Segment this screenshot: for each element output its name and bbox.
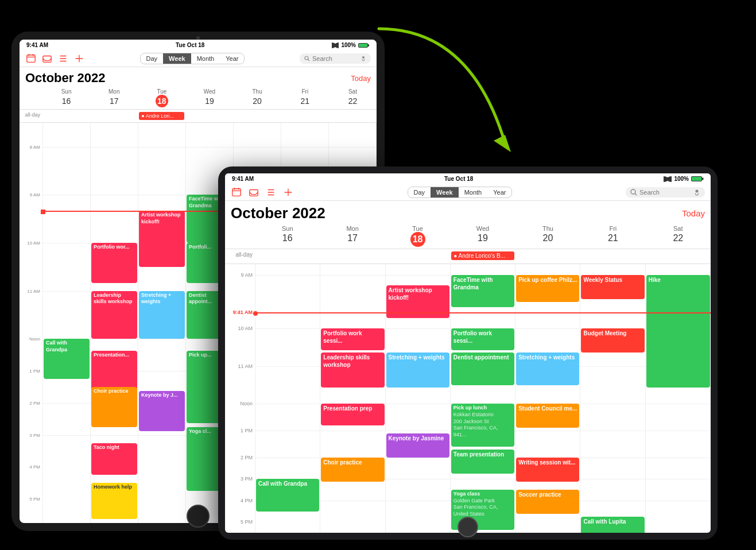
day-header-sun-back: Sun16: [42, 87, 90, 109]
event-writing-front[interactable]: Writing session wit...: [516, 458, 579, 482]
day-header-mon-front: Mon17: [320, 223, 385, 249]
event-pickup-coffee-front[interactable]: Pick up coffee Philz...: [516, 275, 579, 302]
time-labels-front: 9 AM 9:41 AM 10 AM 11 AM Noon 1 PM 2 PM …: [225, 264, 255, 533]
col-mon-back: Portfolio wor... Leadership skills works…: [91, 123, 138, 523]
view-year-back[interactable]: Year: [220, 53, 244, 64]
event-team-front[interactable]: Team presentation: [451, 450, 514, 474]
col-mon-front: Portfolio work sessi... Leadership skill…: [320, 264, 385, 533]
calendar-icon-front[interactable]: [231, 187, 242, 198]
event-call-grandpa-back[interactable]: Call with Grandpa: [44, 339, 90, 379]
month-title-row-back: October 2022 Today: [20, 67, 377, 87]
event-stretching-back[interactable]: Stretching + weights: [139, 291, 185, 339]
ipad-front: 9:41 AM Tue Oct 18 100%: [218, 166, 718, 540]
view-week-back[interactable]: Week: [163, 53, 191, 64]
screen-front: 9:41 AM Tue Oct 18 100%: [225, 173, 711, 533]
view-month-back[interactable]: Month: [191, 53, 220, 64]
event-choir-back[interactable]: Choir practice: [91, 387, 137, 427]
today-btn-front[interactable]: Today: [682, 208, 705, 218]
event-portfolio-back[interactable]: Portfolio wor...: [91, 243, 137, 283]
time-noon-back: Noon: [29, 336, 40, 342]
month-title-row-front: October 2022 Today: [225, 201, 711, 223]
event-weekly-front[interactable]: Weekly Status: [581, 275, 644, 299]
day-header-wed-back: Wed19: [185, 87, 233, 109]
time-grid-front: 9 AM 9:41 AM 10 AM 11 AM Noon 1 PM 2 PM …: [225, 264, 711, 533]
day-header-thu-back: Thu20: [234, 87, 281, 109]
view-week-front[interactable]: Week: [431, 187, 459, 197]
event-call-grandpa-front[interactable]: Call with Grandpa: [256, 479, 319, 511]
event-artist-back[interactable]: Artist workshop kickoff!: [139, 211, 185, 267]
event-leadership-back[interactable]: Leadership skills workshop: [91, 291, 137, 339]
view-year-front[interactable]: Year: [487, 187, 511, 197]
event-presentation-front[interactable]: Presentation prep: [321, 404, 384, 425]
col-sun-back: Call with Grandpa: [43, 123, 91, 523]
toolbar-back: Day Week Month Year: [20, 51, 377, 67]
arrow: [356, 17, 540, 178]
event-hike-front[interactable]: Hike: [646, 275, 710, 388]
svg-marker-0: [494, 135, 511, 152]
col-tue-back: Artist workshop kickoff! Stretching + we…: [138, 123, 186, 523]
inbox-icon-front[interactable]: [248, 187, 259, 198]
event-facetime-front[interactable]: FaceTime with Grandma: [451, 275, 514, 307]
time-5pm-back: 5 PM: [29, 497, 40, 502]
col-wed-front: FaceTime with Grandma Portfolio work ses…: [451, 264, 515, 533]
month-title-front: October 2022: [231, 204, 325, 222]
allday-row-front: all-day ● Andre Lorico's B...: [225, 249, 711, 264]
status-bar-back: 9:41 AM Tue Oct 18 100%: [20, 40, 377, 51]
event-stretching-tue-front[interactable]: Stretching + weights: [386, 353, 449, 388]
add-icon-front[interactable]: [282, 187, 294, 198]
event-budget-front[interactable]: Budget Meeting: [581, 328, 644, 353]
day-headers-front: Sun16 Mon17 Tue18 Wed19 Thu20 Fri21: [225, 223, 711, 249]
svg-rect-20: [232, 189, 241, 196]
list-icon-back[interactable]: [57, 53, 69, 64]
event-soccer-front[interactable]: Soccer practice: [516, 490, 579, 514]
svg-rect-4: [27, 55, 35, 63]
add-icon-back[interactable]: [73, 53, 85, 64]
allday-row-back: all-day ● Andre Lori...: [20, 110, 377, 123]
event-homework-back[interactable]: Homework help: [91, 483, 137, 519]
time-2pm-back: 2 PM: [29, 400, 40, 405]
day-header-sat-front: Sat22: [646, 223, 711, 249]
event-stretching-thu-front[interactable]: Stretching + weights: [516, 353, 579, 385]
calendar-icon-back[interactable]: [25, 53, 37, 64]
time-8am-back: 8 AM: [30, 144, 40, 149]
allday-label-back: all-day: [20, 110, 42, 122]
day-header-tue-front: Tue18: [385, 223, 450, 249]
event-portfolio-wed-front[interactable]: Portfolio work sessi...: [451, 328, 514, 350]
event-taco-back[interactable]: Taco night: [91, 443, 137, 475]
view-day-back[interactable]: Day: [141, 53, 164, 64]
event-keynote-front[interactable]: Keynote by Jasmine: [386, 433, 449, 458]
search-input-back[interactable]: [312, 55, 358, 62]
time-10am-back: 10 AM: [27, 241, 40, 246]
svg-point-30: [631, 189, 635, 194]
time-9am-front: 9 AM: [241, 272, 253, 278]
event-call-lupita-front[interactable]: Call with Lupita: [581, 517, 644, 533]
time-now-front: 9:41 AM: [233, 309, 253, 315]
event-choir-front[interactable]: Choir practice: [321, 458, 384, 482]
view-day-front[interactable]: Day: [408, 187, 431, 197]
event-keynote-back[interactable]: Keynote by J...: [139, 391, 185, 431]
event-student-council-front[interactable]: Student Council me...: [516, 404, 579, 428]
month-title-back: October 2022: [25, 71, 105, 86]
home-btn-front[interactable]: [458, 517, 478, 537]
event-leadership-front[interactable]: Leadership skills workshop: [321, 353, 384, 388]
svg-line-15: [308, 60, 309, 61]
search-bar-front[interactable]: [626, 187, 705, 197]
svg-line-31: [635, 193, 637, 195]
day-header-thu-front: Thu20: [515, 223, 580, 249]
time-labels-back: 8 AM 9 AM 10 AM 11 AM Noon 1 PM 2 PM 3 P…: [20, 123, 42, 523]
day-header-sun-front: Sun16: [255, 223, 320, 249]
inbox-icon-back[interactable]: [41, 53, 53, 64]
list-icon-front[interactable]: [265, 187, 277, 198]
event-dentist-front[interactable]: Dentist appointment: [451, 353, 514, 385]
search-input-front[interactable]: [639, 189, 691, 196]
event-presentation-back[interactable]: Presentation...: [91, 351, 137, 391]
home-btn-back[interactable]: [187, 505, 210, 528]
allday-event-back[interactable]: ● Andre Lori...: [139, 112, 184, 120]
view-switcher-front[interactable]: Day Week Month Year: [408, 187, 513, 198]
event-pickup-lunch-front[interactable]: Pick up lunch Kokkari Estiatorio 200 Jac…: [451, 404, 514, 447]
day-header-mon-back: Mon17: [90, 87, 138, 109]
view-switcher-back[interactable]: Day Week Month Year: [140, 53, 245, 64]
event-portfolio-mon-front[interactable]: Portfolio work sessi...: [321, 328, 384, 350]
view-month-front[interactable]: Month: [459, 187, 488, 197]
allday-event-front[interactable]: ● Andre Lorico's B...: [451, 251, 514, 260]
